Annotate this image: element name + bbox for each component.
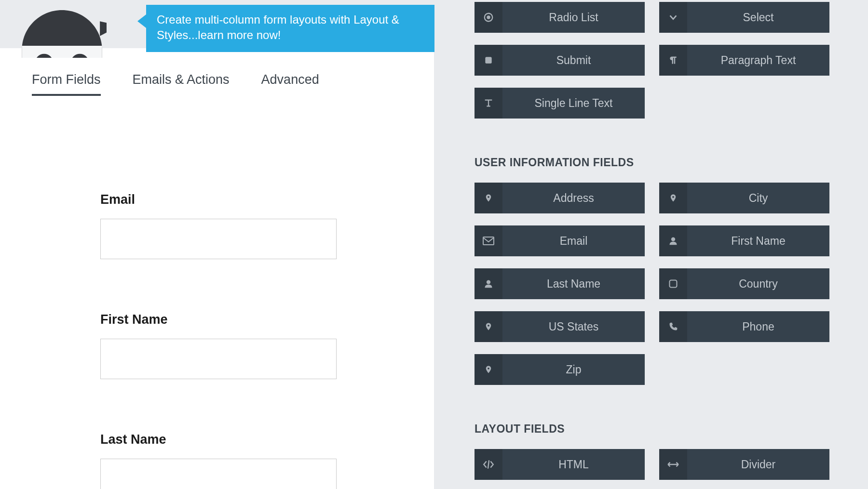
tab-advanced[interactable]: Advanced [261,72,319,96]
envelope-icon [475,225,502,256]
tab-label: Form Fields [32,72,101,87]
svg-point-12 [488,325,489,327]
svg-point-6 [488,196,489,198]
field-label: Email [100,192,434,207]
field-type-divider[interactable]: Divider [659,449,829,480]
tooltip-text: Create multi-column form layouts with La… [157,13,399,41]
email-input[interactable] [100,219,337,259]
field-type-label: Zip [502,363,645,376]
form-field-email[interactable]: Email [100,192,434,259]
field-type-city[interactable]: City [659,183,829,213]
svg-point-13 [488,368,489,370]
field-type-label: Last Name [502,278,645,291]
field-type-label: US States [502,320,645,333]
field-type-first-name[interactable]: First Name [659,225,829,256]
svg-rect-0 [22,46,102,58]
tab-label: Advanced [261,72,319,87]
last-name-input[interactable] [100,459,337,489]
form-field-last-name[interactable]: Last Name [100,432,434,489]
field-palette: Radio ListSelectSubmitParagraph TextSing… [434,0,868,489]
svg-point-7 [672,196,674,198]
svg-rect-8 [483,237,494,245]
svg-rect-11 [670,280,677,288]
tabs: Form Fields Emails & Actions Advanced [0,72,434,96]
field-type-label: HTML [502,458,645,471]
chevron-down-icon [659,2,687,33]
map-marker-icon [475,354,502,385]
field-type-address[interactable]: Address [475,183,645,213]
svg-rect-5 [485,57,491,63]
section-title-user-info: USER INFORMATION FIELDS [475,156,839,169]
code-icon [475,449,502,480]
field-type-zip[interactable]: Zip [475,354,645,385]
arrows-h-icon [659,449,687,480]
field-type-label: Single Line Text [502,97,645,110]
tab-form-fields[interactable]: Form Fields [32,72,101,96]
tab-label: Emails & Actions [133,72,230,87]
field-type-select[interactable]: Select [659,2,829,33]
field-type-email[interactable]: Email [475,225,645,256]
field-type-label: City [687,192,829,205]
svg-point-10 [487,280,490,284]
field-type-label: First Name [687,235,829,248]
field-type-label: Address [502,192,645,205]
promo-tooltip[interactable]: Create multi-column form layouts with La… [146,5,434,52]
field-type-label: Submit [502,54,645,67]
field-type-label: Phone [687,320,829,333]
field-label: Last Name [100,432,434,447]
map-marker-icon [659,183,687,213]
phone-icon [659,311,687,342]
square-outline-icon [659,268,687,299]
ninja-logo [17,10,107,58]
field-label: First Name [100,312,434,327]
square-icon [475,45,502,76]
map-marker-icon [475,311,502,342]
field-type-paragraph-text[interactable]: Paragraph Text [659,45,829,76]
field-type-radio-list[interactable]: Radio List [475,2,645,33]
tab-emails-actions[interactable]: Emails & Actions [133,72,230,96]
field-type-label: Country [687,278,829,291]
text-cursor-icon [475,88,502,119]
field-type-phone[interactable]: Phone [659,311,829,342]
paragraph-icon [659,45,687,76]
field-type-single-line-text[interactable]: Single Line Text [475,88,645,119]
field-type-country[interactable]: Country [659,268,829,299]
field-type-label: Email [502,235,645,248]
field-type-label: Radio List [502,11,645,24]
svg-point-4 [487,15,490,19]
field-type-label: Select [687,11,829,24]
user-icon [659,225,687,256]
user-icon [475,268,502,299]
first-name-input[interactable] [100,339,337,379]
field-type-last-name[interactable]: Last Name [475,268,645,299]
form-field-first-name[interactable]: First Name [100,312,434,379]
field-type-label: Divider [687,458,829,471]
field-type-submit[interactable]: Submit [475,45,645,76]
form-preview: Email First Name Last Name [0,96,434,489]
header-band: Create multi-column form layouts with La… [0,0,434,48]
svg-point-9 [671,238,675,241]
field-type-label: Paragraph Text [687,54,829,67]
field-type-us-states[interactable]: US States [475,311,645,342]
section-title-layout: LAYOUT FIELDS [475,423,839,436]
map-marker-icon [475,183,502,213]
field-type-html[interactable]: HTML [475,449,645,480]
radio-icon [475,2,502,33]
